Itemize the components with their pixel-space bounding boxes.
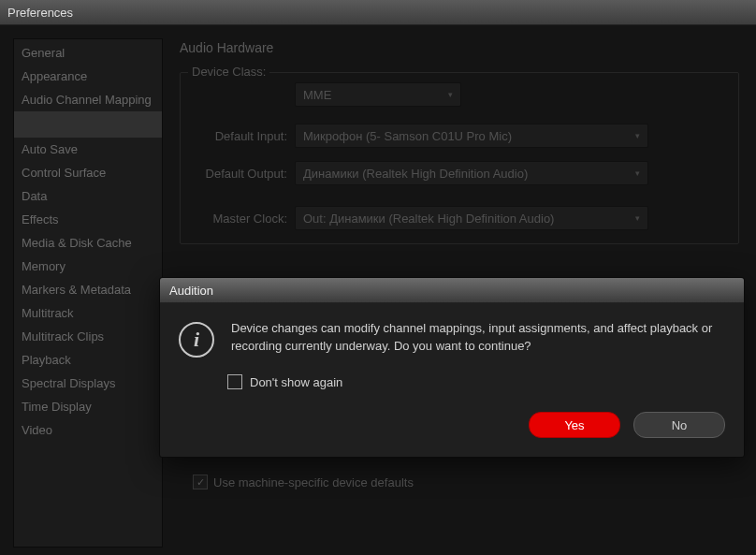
sidebar-item-audio-hardware[interactable] — [14, 111, 162, 138]
dont-show-label: Don't show again — [250, 375, 342, 389]
sidebar-item-label: Multitrack — [22, 306, 74, 320]
button-label: Yes — [564, 418, 584, 432]
checkbox-icon[interactable] — [193, 475, 208, 489]
no-button[interactable]: No — [633, 412, 725, 438]
default-input-label: Default Input: — [194, 129, 295, 143]
sidebar-item-label: Audio Channel Mapping — [22, 93, 152, 107]
sidebar-item-time-display[interactable]: Time Display — [14, 395, 162, 418]
machine-specific-label: Use machine-specific device defaults — [213, 475, 414, 489]
sidebar-item-auto-save[interactable]: Auto Save — [14, 138, 162, 161]
dropdown-value: Динамики (Realtek High Definition Audio) — [303, 167, 528, 181]
sidebar-item-label: Time Display — [22, 400, 92, 414]
page-title: Audio Hardware — [180, 40, 749, 55]
sidebar-item-data[interactable]: Data — [14, 184, 162, 208]
yes-button[interactable]: Yes — [529, 412, 620, 438]
sidebar-item-label: Playback — [22, 353, 71, 367]
sidebar-item-media-disk-cache[interactable]: Media & Disk Cache — [14, 231, 162, 255]
sidebar-item-appearance[interactable]: Appearance — [14, 65, 162, 88]
dropdown-value: MME — [303, 88, 331, 102]
sidebar-item-audio-channel-mapping[interactable]: Audio Channel Mapping — [14, 88, 162, 111]
sidebar-item-label: Multitrack Clips — [22, 329, 104, 343]
default-input-dropdown[interactable]: Микрофон (5- Samson C01U Pro Mic) ▾ — [295, 124, 648, 148]
sidebar-item-video[interactable]: Video — [14, 418, 162, 442]
dropdown-value: Микрофон (5- Samson C01U Pro Mic) — [303, 129, 512, 143]
button-label: No — [672, 418, 688, 432]
chevron-down-icon: ▾ — [635, 131, 640, 140]
sidebar-item-label: Spectral Displays — [22, 376, 115, 390]
device-class-group: Device Class: MME ▾ Default Input: Микро… — [180, 72, 739, 244]
dialog-buttons: Yes No — [179, 412, 725, 438]
sidebar-item-label: Markers & Metadata — [22, 283, 131, 297]
info-icon: i — [179, 322, 214, 358]
device-class-dropdown[interactable]: MME ▾ — [295, 82, 461, 107]
dropdown-value: Out: Динамики (Realtek High Definition A… — [303, 212, 554, 226]
preferences-titlebar[interactable]: Preferences — [0, 0, 756, 25]
dont-show-row[interactable]: Don't show again — [227, 374, 725, 389]
sidebar-item-label: Effects — [22, 212, 59, 226]
dialog-message: Device changes can modify channel mappin… — [231, 320, 725, 356]
sidebar-item-label: Data — [22, 189, 47, 203]
master-clock-dropdown[interactable]: Out: Динамики (Realtek High Definition A… — [295, 206, 648, 230]
sidebar-item-playback[interactable]: Playback — [14, 348, 162, 372]
preferences-sidebar: General Appearance Audio Channel Mapping… — [13, 38, 163, 548]
sidebar-item-label: Appearance — [22, 69, 87, 83]
sidebar-item-multitrack[interactable]: Multitrack — [14, 301, 162, 325]
sidebar-item-label: Auto Save — [22, 142, 78, 156]
chevron-down-icon: ▾ — [448, 90, 453, 99]
sidebar-item-label: Video — [22, 423, 52, 437]
sidebar-item-multitrack-clips[interactable]: Multitrack Clips — [14, 325, 162, 348]
sidebar-item-memory[interactable]: Memory — [14, 255, 162, 278]
machine-specific-row[interactable]: Use machine-specific device defaults — [193, 475, 749, 489]
confirm-dialog: Audition i Device changes can modify cha… — [159, 277, 745, 458]
default-output-label: Default Output: — [194, 167, 295, 181]
default-output-dropdown[interactable]: Динамики (Realtek High Definition Audio)… — [295, 161, 648, 185]
sidebar-item-effects[interactable]: Effects — [14, 208, 162, 231]
chevron-down-icon: ▾ — [635, 168, 640, 178]
sidebar-item-markers-metadata[interactable]: Markers & Metadata — [14, 278, 162, 301]
dialog-body: i Device changes can modify channel mapp… — [160, 303, 744, 457]
dialog-message-row: i Device changes can modify channel mapp… — [179, 320, 725, 358]
device-class-label: Device Class: — [188, 65, 269, 79]
sidebar-item-control-surface[interactable]: Control Surface — [14, 161, 162, 184]
dialog-titlebar[interactable]: Audition — [160, 278, 744, 303]
sidebar-item-label: Control Surface — [22, 166, 106, 180]
master-clock-label: Master Clock: — [194, 212, 295, 226]
preferences-title: Preferences — [7, 6, 73, 20]
sidebar-item-label: Memory — [22, 259, 65, 273]
sidebar-item-general[interactable]: General — [14, 41, 162, 65]
sidebar-item-label: General — [22, 46, 65, 60]
dialog-title: Audition — [169, 284, 213, 298]
sidebar-item-label: Media & Disk Cache — [22, 236, 132, 250]
checkbox-icon[interactable] — [227, 374, 242, 389]
sidebar-item-spectral-displays[interactable]: Spectral Displays — [14, 372, 162, 395]
chevron-down-icon: ▾ — [635, 213, 640, 223]
